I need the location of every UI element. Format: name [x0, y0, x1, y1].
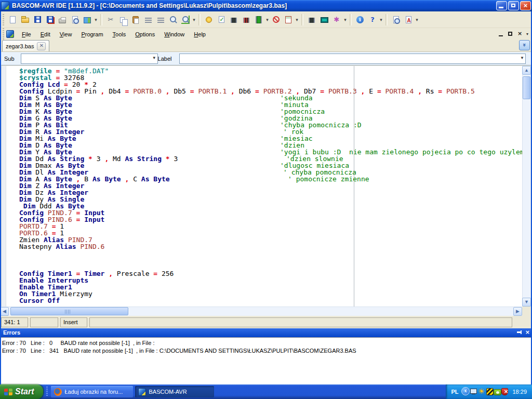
app-icon	[1, 2, 9, 10]
scroll-right-icon[interactable]: ▶	[513, 307, 522, 316]
tab-scroll-button[interactable]: »	[519, 40, 530, 50]
menu-edit[interactable]: Edit	[36, 30, 55, 39]
sun-utility-icon[interactable]	[478, 387, 486, 395]
print-preview-button[interactable]	[69, 14, 81, 26]
clock[interactable]: 18:29	[512, 389, 527, 395]
compile-icon	[231, 18, 237, 23]
quick-launch-grip[interactable]	[46, 387, 48, 397]
menu-help[interactable]: Help	[189, 30, 210, 39]
search-manual-icon	[393, 16, 399, 23]
compile-button[interactable]	[228, 14, 240, 26]
error-row[interactable]: Error : 70 Line : 0 BAUD rate not possib…	[2, 339, 530, 347]
stop-button[interactable]	[270, 14, 282, 26]
program-chip-button[interactable]	[240, 14, 252, 26]
hazard-stripes-icon[interactable]	[486, 388, 494, 395]
pdf-manual-button[interactable]	[402, 14, 415, 26]
chip-pinout-button[interactable]	[305, 14, 318, 26]
title-bar[interactable]: BASCOM-AVR IDE [1.11.9.2] - [C:\Document…	[0, 0, 532, 11]
code-line: Nastepny Alias PIND.6	[19, 243, 523, 250]
menu-file[interactable]: File	[17, 30, 36, 39]
save-all-button[interactable]	[44, 14, 56, 26]
pdf-manual-dropdown-icon[interactable]: ▾	[415, 17, 419, 22]
code-line: Dim Mi As Byte'miesiac	[19, 135, 523, 142]
label-combobox[interactable]: ▼	[179, 54, 526, 64]
code-line: $regfile = "m8def.DAT"	[19, 68, 523, 74]
help-button[interactable]: ?	[366, 14, 379, 26]
paste-button[interactable]	[129, 14, 142, 26]
find-next-button[interactable]	[179, 14, 192, 26]
horizontal-scrollbar[interactable]: ◀ ▶	[0, 307, 522, 316]
find-next-dropdown-icon[interactable]: ▾	[192, 17, 196, 22]
security-alert-icon[interactable]	[501, 388, 508, 395]
close-button[interactable]: ×	[520, 1, 531, 10]
graphic-tools-button[interactable]: ✱	[330, 14, 343, 26]
child-minimize-button[interactable]	[497, 30, 506, 38]
cut-button[interactable]: ✂	[104, 14, 117, 26]
help-dropdown-icon[interactable]: ▾	[379, 17, 383, 22]
find-icon	[169, 16, 177, 24]
scroll-up-icon[interactable]: ▲	[522, 66, 531, 75]
dropdown-arrow-icon[interactable]: ▼	[152, 56, 156, 60]
graphic-tools-dropdown-icon[interactable]: ▾	[343, 17, 348, 22]
task-firefox[interactable]: Ładuj obrazki na foru...	[51, 386, 133, 397]
task-buttons: Ładuj obrazki na foru...BASCOM-AVR	[51, 386, 214, 397]
simulate-button[interactable]	[203, 14, 215, 26]
menu-grip[interactable]	[3, 28, 4, 39]
vertical-scrollbar[interactable]: ▲ ▼	[522, 66, 531, 307]
dropdown-arrow-icon[interactable]: ▼	[520, 56, 524, 60]
horizontal-scroll-thumb[interactable]	[10, 307, 128, 315]
language-indicator[interactable]: PL	[451, 389, 458, 395]
child-close-button[interactable]: ×	[515, 30, 524, 38]
calculator-button[interactable]	[282, 14, 295, 26]
save-file-button[interactable]	[31, 14, 44, 26]
open-file-button[interactable]	[19, 14, 31, 26]
main-toolbar: ▾✂▾▾▾✱▾?▾▾	[0, 11, 532, 28]
scroll-left-icon[interactable]: ◀	[0, 307, 9, 316]
tab-close-icon[interactable]: ✕	[37, 42, 46, 50]
hide-icons-chevron-icon[interactable]	[461, 387, 470, 395]
toolbar-grip[interactable]	[3, 14, 4, 25]
indent-button[interactable]	[142, 14, 154, 26]
task-bascom[interactable]: BASCOM-AVR	[135, 386, 214, 397]
vertical-scroll-thumb[interactable]	[523, 76, 530, 99]
error-row[interactable]: Error : 70 Line : 341 BAUD rate not poss…	[2, 347, 530, 355]
editor-layout-button[interactable]	[81, 14, 94, 26]
scroll-down-icon[interactable]: ▼	[522, 298, 531, 307]
copy-button[interactable]	[117, 14, 129, 26]
sub-combobox[interactable]: ▼	[21, 54, 158, 64]
lcd-designer-button[interactable]	[318, 14, 330, 26]
about-button[interactable]	[354, 14, 366, 26]
errors-panel-header[interactable]: Errors ×	[0, 328, 532, 337]
syntax-check-button[interactable]	[215, 14, 228, 26]
child-restore-button[interactable]	[506, 30, 515, 38]
new-file-button[interactable]	[6, 14, 19, 26]
code-line: Dim Dmax As Byte'dlugosc miesiaca	[19, 162, 523, 169]
nvidia-settings-icon[interactable]	[494, 389, 501, 395]
run-button[interactable]	[252, 14, 265, 26]
find-button[interactable]	[167, 14, 179, 26]
minimize-button[interactable]	[496, 1, 507, 10]
editor-layout-dropdown-icon[interactable]: ▾	[94, 17, 98, 22]
start-button[interactable]: Start	[0, 384, 43, 399]
code-line: Dim Dz As Integer	[19, 189, 523, 196]
menu-options[interactable]: Options	[130, 30, 159, 39]
search-manual-button[interactable]	[390, 14, 402, 26]
menu-view[interactable]: View	[55, 30, 77, 39]
calculator-dropdown-icon[interactable]: ▾	[295, 17, 299, 22]
editor-gutter	[2, 66, 6, 307]
menu-program[interactable]: Program	[76, 30, 108, 39]
network-status-icon[interactable]	[470, 387, 478, 395]
close-panel-icon[interactable]: ×	[525, 329, 530, 335]
restore-button[interactable]	[508, 1, 519, 10]
cursor-position: 341: 1	[1, 317, 28, 327]
code-editor[interactable]: $regfile = "m8def.DAT"$crystal = 32768Co…	[1, 66, 523, 307]
run-dropdown-icon[interactable]: ▾	[265, 17, 270, 22]
menu-tools[interactable]: Tools	[108, 30, 131, 39]
menu-window[interactable]: Window	[159, 30, 189, 39]
unindent-button[interactable]	[154, 14, 167, 26]
pin-panel-icon[interactable]	[516, 329, 522, 335]
print-button[interactable]	[56, 14, 69, 26]
about-icon	[356, 16, 364, 23]
menu-overflow-chevron-icon[interactable]: ▾	[525, 32, 530, 36]
tab-zegar3[interactable]: zegar3.bas ✕	[2, 40, 49, 51]
